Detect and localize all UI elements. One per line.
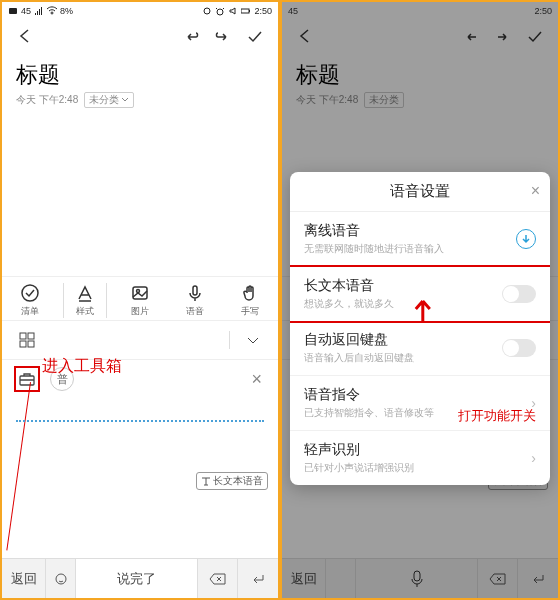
mic-icon [185, 283, 205, 303]
back-button[interactable] [296, 27, 314, 49]
kb-done[interactable]: 说完了 [76, 559, 198, 598]
note-meta: 今天 下午2:48 未分类 [2, 92, 278, 116]
svg-rect-11 [20, 341, 26, 347]
keyboard-row: 返回 [282, 558, 558, 598]
screenshot-left: 45 8% 2:50 标题 今天 下午2:48 未分类 进 [2, 2, 278, 598]
format-style[interactable]: 样式 [63, 283, 107, 318]
signal-icon [34, 6, 44, 16]
format-list[interactable]: 清单 [8, 283, 52, 318]
svg-rect-9 [20, 333, 26, 339]
app-header [2, 20, 278, 56]
confirm-button[interactable] [526, 27, 544, 49]
toggle-long-text[interactable] [502, 285, 536, 303]
back-button[interactable] [16, 27, 34, 49]
app-header [282, 20, 558, 56]
kb-return: 返回 [282, 559, 326, 598]
backspace-icon [209, 572, 227, 586]
chevron-down-icon [121, 96, 129, 104]
row-offline-voice[interactable]: 离线语音 无需联网随时随地进行语音输入 [290, 212, 550, 267]
eye-icon [202, 6, 212, 16]
category-chip[interactable]: 未分类 [84, 92, 134, 108]
chevron-right-icon: › [531, 450, 536, 466]
voice-input-area[interactable]: 长文本语音 [2, 398, 278, 558]
check-icon [246, 27, 264, 45]
kb-symbol1[interactable] [46, 559, 76, 598]
waveform-line [16, 420, 264, 422]
annotation-arrow-icon [409, 295, 437, 325]
screenshot-right: 45 2:50 标题 今天 下午2:48 未分类 清单 普 长文本语音 返回 [282, 2, 558, 598]
note-title[interactable]: 标题 [2, 56, 278, 92]
status-right: 2:50 [202, 6, 272, 16]
format-voice[interactable]: 语音 [173, 283, 217, 318]
download-icon[interactable] [516, 229, 536, 249]
kb-mic [356, 559, 478, 598]
confirm-button[interactable] [246, 27, 264, 49]
voice-settings-popup: 语音设置 × 离线语音 无需联网随时随地进行语音输入 长文本语音 想说多久，就说… [290, 172, 550, 485]
svg-point-1 [204, 8, 210, 14]
text-icon [201, 476, 211, 486]
format-handwrite[interactable]: 手写 [228, 283, 272, 318]
briefcase-icon [18, 370, 36, 388]
close-panel[interactable]: × [251, 369, 266, 390]
status-bar: 45 2:50 [282, 2, 558, 20]
note-date: 今天 下午2:48 [16, 93, 78, 107]
divider [229, 331, 230, 349]
wifi-icon [47, 6, 57, 16]
mute-icon [228, 6, 238, 16]
svg-point-7 [136, 290, 139, 293]
redo-button[interactable] [214, 27, 232, 49]
svg-point-5 [22, 285, 38, 301]
svg-rect-3 [241, 9, 249, 13]
sim-icon [8, 6, 18, 16]
popup-title: 语音设置 × [290, 172, 550, 212]
row-voice-cmd[interactable]: 语音指令 已支持智能指令、语音修改等 打开功能开关 › [290, 376, 550, 431]
svg-rect-12 [28, 341, 34, 347]
redo-icon [214, 27, 232, 45]
kb-delete[interactable] [198, 559, 238, 598]
image-icon [130, 283, 150, 303]
note-body[interactable]: 进入工具箱 [2, 116, 278, 276]
mic-icon [409, 569, 425, 589]
expand-button[interactable] [240, 327, 266, 353]
grid-button[interactable] [14, 327, 40, 353]
toolbox-button[interactable] [14, 366, 40, 392]
grid-icon [18, 331, 36, 349]
note-meta: 今天 下午2:48 未分类 [282, 92, 558, 116]
redo-button[interactable] [494, 27, 512, 49]
undo-icon [182, 27, 200, 45]
row-auto-return[interactable]: 自动返回键盘 语音输入后自动返回键盘 [290, 321, 550, 376]
annotation-switch: 打开功能开关 [458, 407, 536, 425]
toggle-auto-return[interactable] [502, 339, 536, 357]
row-soft-voice[interactable]: 轻声识别 已针对小声说话增强识别 › [290, 431, 550, 485]
battery-icon [241, 6, 251, 16]
smile-icon [54, 572, 68, 586]
svg-rect-17 [414, 571, 420, 581]
hand-icon [240, 283, 260, 303]
secondary-toolbar [2, 321, 278, 360]
popup-close[interactable]: × [531, 182, 540, 200]
style-icon [75, 283, 95, 303]
keyboard-row: 返回 说完了 [2, 558, 278, 598]
svg-rect-4 [249, 10, 250, 12]
long-text-badge[interactable]: 长文本语音 [196, 472, 268, 490]
svg-rect-0 [9, 8, 17, 14]
enter-icon [250, 572, 266, 586]
undo-button[interactable] [182, 27, 200, 49]
undo-button[interactable] [462, 27, 480, 49]
annotation-toolbox: 进入工具箱 [42, 356, 122, 377]
kb-hide[interactable] [238, 559, 278, 598]
back-icon [16, 27, 34, 45]
format-image[interactable]: 图片 [118, 283, 162, 318]
svg-point-14 [56, 574, 66, 584]
status-left: 45 8% [8, 6, 73, 16]
checklist-icon [20, 283, 40, 303]
kb-return[interactable]: 返回 [2, 559, 46, 598]
alarm-icon [215, 6, 225, 16]
svg-rect-10 [28, 333, 34, 339]
status-bar: 45 8% 2:50 [2, 2, 278, 20]
svg-rect-8 [193, 286, 197, 295]
svg-point-2 [217, 9, 223, 15]
note-title: 标题 [282, 56, 558, 92]
format-toolbar: 清单 样式 图片 语音 手写 [2, 276, 278, 321]
back-icon [296, 27, 314, 45]
